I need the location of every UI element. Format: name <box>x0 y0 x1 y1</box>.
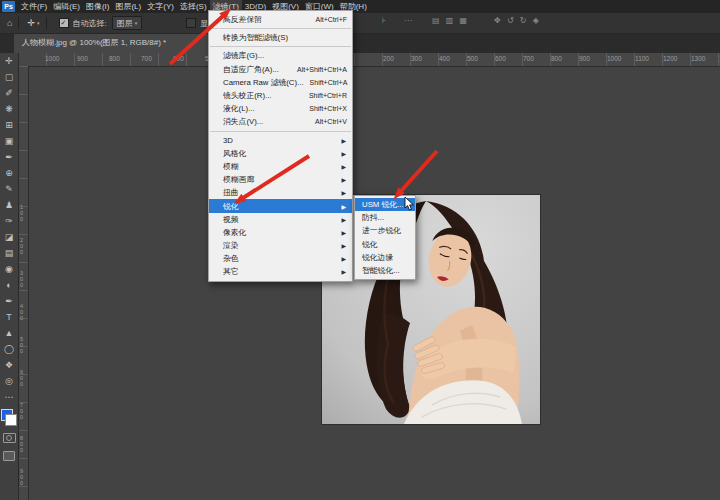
menu-item-label: 自适应广角(A)... <box>223 64 279 75</box>
ruler-number: 600 <box>495 55 506 62</box>
ruler-number: 1100 <box>635 55 649 62</box>
filter-menu-item[interactable]: 扭曲▶ <box>209 186 352 199</box>
menubar-item-2[interactable]: 编辑(E) <box>50 0 83 13</box>
filter-menu-item[interactable]: 转换为智能滤镜(S) <box>209 31 352 44</box>
dodge-tool[interactable]: ◐ <box>0 277 18 293</box>
filter-menu-item[interactable]: 模糊▶ <box>209 160 352 173</box>
frame-tool[interactable]: ▣ <box>0 133 18 149</box>
filter-menu-item[interactable]: 高反差保留Alt+Ctrl+F <box>209 13 352 26</box>
filter-menu-item[interactable]: 自适应广角(A)...Alt+Shift+Ctrl+A <box>209 63 352 76</box>
ruler-number: 400 <box>439 55 450 62</box>
sharpen-submenu-item[interactable]: USM 锐化... <box>355 198 415 211</box>
filter-menu-item[interactable]: 消失点(V)...Alt+Ctrl+V <box>209 115 352 128</box>
submenu-arrow-icon: ▶ <box>341 268 347 275</box>
background-color-swatch[interactable] <box>5 414 17 426</box>
menu-item-label: 扭曲 <box>223 187 239 198</box>
filter-menu-item[interactable]: 渲染▶ <box>209 239 352 252</box>
align-buttons-icons[interactable]: ▤ ▥ ▦ <box>432 16 469 25</box>
filter-menu-item[interactable]: 液化(L)...Shift+Ctrl+X <box>209 102 352 115</box>
submenu-arrow-icon: ▶ <box>341 150 347 157</box>
filter-menu-item[interactable]: Camera Raw 滤镜(C)...Shift+Ctrl+A <box>209 76 352 89</box>
brush-tool[interactable]: ✎ <box>0 181 18 197</box>
ruler-number: 800 <box>551 55 562 62</box>
sharpen-submenu-item[interactable]: 进一步锐化 <box>355 224 415 237</box>
filter-menu-item[interactable]: 模糊画廊▶ <box>209 173 352 186</box>
shape-tool[interactable]: ◯ <box>0 341 18 357</box>
filter-menu-item[interactable]: 杂色▶ <box>209 252 352 265</box>
menu-item-label: 像素化 <box>223 227 246 238</box>
gradient-tool[interactable]: ▤ <box>0 245 18 261</box>
menu-item-label: 高反差保留 <box>223 14 262 25</box>
menu-item-shortcut: Shift+Ctrl+X <box>303 105 347 112</box>
3d-mode-icons[interactable]: ✥ ↺ ↻ ◈ <box>494 16 541 25</box>
filter-menu-item[interactable]: 滤镜库(G)... <box>209 49 352 62</box>
ruler-number: 1000 <box>45 55 59 62</box>
menubar-item-4[interactable]: 图层(L) <box>112 0 144 13</box>
chevron-down-icon: ▾ <box>37 20 40 26</box>
menubar-item-1[interactable]: 文件(F) <box>18 0 50 13</box>
ruler-number: 200 <box>383 55 394 62</box>
sharpen-submenu-item[interactable]: 防抖... <box>355 211 415 224</box>
ruler-number: 900 <box>579 55 590 62</box>
type-tool[interactable]: T <box>0 309 18 325</box>
quick-mask-icon[interactable] <box>3 433 16 443</box>
blur-tool[interactable]: ◉ <box>0 261 18 277</box>
screen-mode-icon[interactable] <box>3 451 15 461</box>
path-selection-tool[interactable]: ▲ <box>0 325 18 341</box>
more-tools[interactable]: ⋯ <box>0 389 18 405</box>
sharpen-submenu-item[interactable]: 锐化边缘 <box>355 251 415 264</box>
clone-stamp-tool[interactable]: ♟ <box>0 197 18 213</box>
menu-item-label: 锐化 <box>223 201 239 212</box>
menu-item-shortcut: Alt+Ctrl+V <box>309 118 347 125</box>
crop-tool[interactable]: ⊞ <box>0 117 18 133</box>
sharpen-submenu-item[interactable]: 锐化 <box>355 238 415 251</box>
history-brush-tool[interactable]: ✑ <box>0 213 18 229</box>
eraser-tool[interactable]: ◪ <box>0 229 18 245</box>
ruler-number: 700 <box>523 55 534 62</box>
ruler-number: 800 <box>20 435 25 453</box>
lasso-tool[interactable]: ✐ <box>0 85 18 101</box>
divider <box>18 17 19 29</box>
horizontal-ruler: 1000900800700600500200300400500600700800… <box>18 53 720 67</box>
move-tool[interactable]: ✛ <box>0 53 18 69</box>
eyedropper-tool[interactable]: ✒ <box>0 149 18 165</box>
canvas-area[interactable] <box>28 66 720 500</box>
sharpen-submenu-item[interactable]: 智能锐化... <box>355 264 415 277</box>
home-icon[interactable]: ⌂ <box>7 18 12 28</box>
menubar-item-5[interactable]: 文字(Y) <box>144 0 177 13</box>
menubar-item-3[interactable]: 图像(I) <box>83 0 113 13</box>
menu-item-label: 3D <box>223 136 233 145</box>
menu-item-label: 杂色 <box>223 253 239 264</box>
hand-tool[interactable]: ❖ <box>0 357 18 373</box>
ruler-number: 300 <box>411 55 422 62</box>
document-tab[interactable]: 人物模糊.jpg @ 100%(图层 1, RGB/8#) * <box>14 33 216 53</box>
menu-item-label: 模糊画廊 <box>223 174 254 185</box>
menu-item-label: 其它 <box>223 266 239 277</box>
ruler-number: 600 <box>20 369 25 387</box>
more-options-icon[interactable]: ⋯ <box>404 16 414 25</box>
marquee-tool[interactable]: ▢ <box>0 69 18 85</box>
ruler-number: 200 <box>20 237 25 255</box>
filter-menu-item[interactable]: 风格化▶ <box>209 147 352 160</box>
filter-menu-item[interactable]: 锐化▶ <box>209 199 352 212</box>
show-transform-checkbox[interactable] <box>186 18 196 28</box>
filter-menu-item[interactable]: 其它▶ <box>209 265 352 278</box>
auto-select-dropdown[interactable]: 图层 ▾ <box>112 16 143 30</box>
submenu-arrow-icon: ▶ <box>341 216 347 223</box>
ruler-number: 400 <box>20 303 25 321</box>
move-tool-icon[interactable]: ✛ <box>27 18 35 28</box>
filter-menu-item[interactable]: 镜头校正(R)...Shift+Ctrl+R <box>209 89 352 102</box>
quick-selection-tool[interactable]: ❋ <box>0 101 18 117</box>
menubar-item-6[interactable]: 选择(S) <box>177 0 210 13</box>
ruler-number: 1200 <box>663 55 677 62</box>
pen-tool[interactable]: ✒ <box>0 293 18 309</box>
healing-brush-tool[interactable]: ⊕ <box>0 165 18 181</box>
menu-item-label: 滤镜库(G)... <box>223 50 264 61</box>
filter-menu-item[interactable]: 3D▶ <box>209 134 352 147</box>
filter-menu-item[interactable]: 视频▶ <box>209 213 352 226</box>
filter-menu-item[interactable]: 像素化▶ <box>209 226 352 239</box>
dock-control-icon[interactable]: ⊦ <box>382 16 388 25</box>
zoom-tool[interactable]: ◎ <box>0 373 18 389</box>
ruler-number: 700 <box>141 55 152 62</box>
auto-select-checkbox[interactable]: ✓ <box>59 18 69 28</box>
